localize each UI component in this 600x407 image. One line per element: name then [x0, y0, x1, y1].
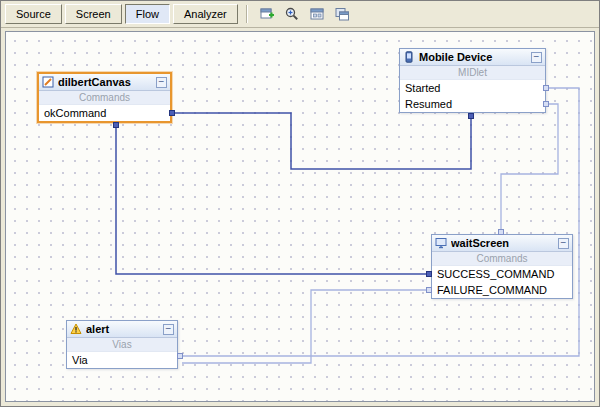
flow-canvas-container: dilbertCanvas − Commands okCommand Mobil… [5, 31, 595, 402]
component-header: alert − [67, 321, 177, 338]
new-component-icon [259, 6, 275, 22]
component-title: alert [86, 323, 159, 335]
connection-okCommand-to-mobile-device[interactable] [172, 113, 471, 169]
component-header: dilbertCanvas − [39, 74, 170, 91]
command-item[interactable]: FAILURE_COMMAND [432, 282, 572, 298]
connector-port[interactable] [178, 354, 183, 359]
alert-warning-icon [70, 323, 82, 335]
section-label: MIDlet [400, 66, 545, 80]
command-item[interactable]: SUCCESS_COMMAND [432, 266, 572, 282]
component-dilbertCanvas[interactable]: dilbertCanvas − Commands okCommand [37, 72, 172, 123]
component-header: waitScreen − [432, 235, 572, 252]
zoom-icon [284, 6, 300, 22]
collapse-button[interactable]: − [558, 238, 569, 249]
component-title: waitScreen [451, 237, 554, 249]
command-item[interactable]: okCommand [39, 105, 170, 121]
canvas-icon [42, 76, 54, 88]
midlet-event-item[interactable]: Resumed [400, 96, 545, 112]
tab-flow[interactable]: Flow [125, 4, 170, 24]
fit-diagram-icon [309, 6, 325, 22]
component-waitScreen[interactable]: waitScreen − Commands SUCCESS_COMMAND FA… [431, 234, 573, 299]
component-mobile-device[interactable]: Mobile Device − MIDlet Started Resumed [399, 48, 546, 113]
fit-diagram-button[interactable] [306, 4, 328, 24]
tab-source[interactable]: Source [5, 4, 62, 24]
mobile-device-icon [403, 51, 415, 63]
connection-success-command-to-dilbertCanvas[interactable] [116, 125, 427, 274]
collapse-button[interactable]: − [156, 77, 167, 88]
connector-port[interactable] [469, 114, 474, 119]
section-label: Commands [432, 252, 572, 266]
connection-started-to-alert[interactable] [182, 88, 579, 356]
section-label: Commands [39, 91, 170, 105]
component-title: Mobile Device [419, 51, 527, 63]
collapse-button[interactable]: − [163, 324, 174, 335]
via-item[interactable]: Via [67, 352, 177, 368]
connector-port[interactable] [114, 123, 119, 128]
connection-resumed-to-waitScreen[interactable] [501, 104, 558, 230]
connection-failure-command-to-alert[interactable] [182, 290, 427, 363]
zoom-button[interactable] [281, 4, 303, 24]
component-title: dilbertCanvas [58, 76, 152, 88]
component-alert[interactable]: alert − Vias Via [66, 320, 178, 369]
midlet-event-item[interactable]: Started [400, 80, 545, 96]
tab-screen[interactable]: Screen [65, 4, 122, 24]
export-image-button[interactable] [331, 4, 353, 24]
toolbar-separator [246, 5, 248, 23]
component-header: Mobile Device − [400, 49, 545, 66]
export-image-icon [334, 6, 350, 22]
screen-icon [435, 237, 447, 249]
flow-designer-window: Source Screen Flow Analyzer [0, 0, 600, 407]
section-label: Vias [67, 338, 177, 352]
flow-canvas[interactable]: dilbertCanvas − Commands okCommand Mobil… [6, 32, 594, 401]
tab-analyzer[interactable]: Analyzer [173, 4, 238, 24]
new-component-button[interactable] [256, 4, 278, 24]
view-toolbar: Source Screen Flow Analyzer [1, 1, 599, 28]
collapse-button[interactable]: − [531, 52, 542, 63]
